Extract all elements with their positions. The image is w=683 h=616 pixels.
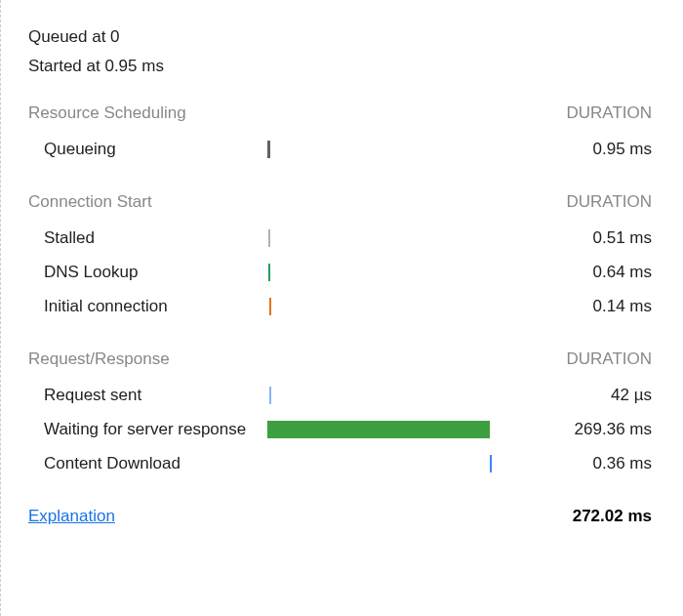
timing-bar-segment: [267, 421, 490, 438]
timing-bar-track: [267, 264, 492, 281]
timing-bar-track: [267, 421, 492, 438]
timing-row: Waiting for server response269.36 ms: [28, 413, 652, 447]
timing-section: Request/ResponseDURATIONRequest sent42 µ…: [28, 349, 652, 481]
timing-bar-segment: [267, 141, 270, 158]
timing-row-label: Request sent: [28, 385, 267, 407]
timing-bar-segment: [268, 229, 270, 247]
timing-header: Queued at 0 Started at 0.95 ms: [28, 27, 652, 76]
timing-bar-segment: [490, 455, 492, 472]
timing-row: Queueing0.95 ms: [28, 133, 652, 167]
timing-row: DNS Lookup0.64 ms: [28, 256, 652, 290]
timing-bar-track: [267, 141, 492, 158]
timing-bar-track: [267, 455, 492, 472]
timing-row-label: DNS Lookup: [28, 262, 267, 284]
timing-row: Initial connection0.14 ms: [28, 290, 652, 324]
timing-row-label: Waiting for server response: [28, 419, 267, 441]
timing-row-value: 0.36 ms: [492, 454, 652, 473]
timing-row-label: Initial connection: [28, 296, 267, 318]
duration-column-header: DURATION: [566, 103, 652, 123]
section-title: Request/Response: [28, 349, 170, 369]
duration-column-header: DURATION: [566, 192, 652, 212]
section-title: Resource Scheduling: [28, 103, 186, 123]
timing-row: Stalled0.51 ms: [28, 222, 652, 256]
timing-footer: Explanation 272.02 ms: [28, 507, 652, 526]
explanation-link[interactable]: Explanation: [28, 507, 115, 526]
timing-row-label: Queueing: [28, 139, 267, 161]
duration-column-header: DURATION: [566, 349, 652, 369]
total-duration: 272.02 ms: [573, 507, 652, 526]
timing-bar-segment: [269, 387, 271, 404]
timing-row-value: 0.51 ms: [492, 228, 652, 248]
timing-row: Request sent42 µs: [28, 379, 652, 413]
timing-bar-segment: [269, 298, 271, 315]
timing-row: Content Download0.36 ms: [28, 447, 652, 481]
timing-bar-segment: [268, 264, 270, 281]
timing-section: Resource SchedulingDURATIONQueueing0.95 …: [28, 103, 652, 167]
timing-row-value: 0.64 ms: [492, 263, 652, 282]
timing-bar-track: [267, 387, 492, 404]
timing-row-label: Content Download: [28, 453, 267, 475]
timing-row-value: 42 µs: [492, 386, 652, 405]
timing-row-label: Stalled: [28, 227, 267, 250]
section-header: Resource SchedulingDURATION: [28, 103, 652, 123]
section-title: Connection Start: [28, 192, 152, 212]
timing-bar-track: [267, 229, 492, 247]
started-at-text: Started at 0.95 ms: [28, 57, 652, 76]
timing-row-value: 0.14 ms: [492, 297, 652, 316]
timing-row-value: 269.36 ms: [492, 420, 652, 439]
timing-row-value: 0.95 ms: [492, 140, 652, 159]
section-header: Connection StartDURATION: [28, 192, 652, 212]
timing-bar-track: [267, 298, 492, 315]
timing-section: Connection StartDURATIONStalled0.51 msDN…: [28, 192, 652, 324]
section-header: Request/ResponseDURATION: [28, 349, 652, 369]
queued-at-text: Queued at 0: [28, 27, 652, 47]
